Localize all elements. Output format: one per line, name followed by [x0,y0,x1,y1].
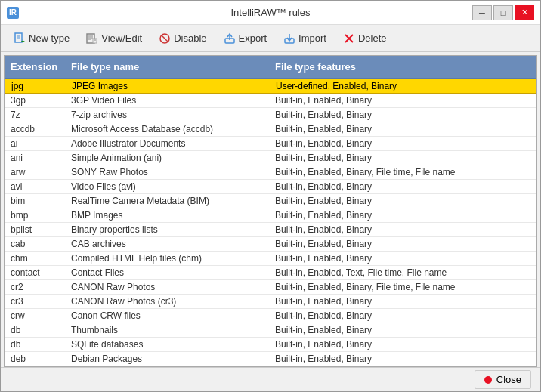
table-row[interactable]: 7z7-zip archivesBuilt-in, Enabled, Binar… [5,108,536,122]
table-row[interactable]: cr2CANON Raw PhotosBuilt-in, Enabled, Bi… [5,280,536,295]
new-type-label: New type [29,32,70,44]
table-row[interactable]: crwCanon CRW filesBuilt-in, Enabled, Bin… [5,309,536,323]
cell-file-type-name: JPEG Images [66,79,270,93]
cell-extension: bim [5,194,65,208]
table-row[interactable]: bmpBMP ImagesBuilt-in, Enabled, Binary [5,208,536,223]
close-label: Close [496,374,521,385]
table-row[interactable]: cabCAB archivesBuilt-in, Enabled, Binary [5,237,536,252]
main-window: IR IntelliRAW™ rules ─ □ ✕ +New typeView… [0,0,541,392]
cell-extension: contact [5,266,65,279]
table-row[interactable]: cr3CANON Raw Photos (cr3)Built-in, Enabl… [5,295,536,309]
disable-icon [159,32,171,45]
table-row[interactable]: arwSONY Raw PhotosBuilt-in, Enabled, Bin… [5,165,536,180]
cell-extension: 7z [5,108,65,122]
cell-features: Built-in, Enabled, Binary [269,309,536,323]
svg-rect-9 [93,39,97,43]
window-controls: ─ □ ✕ [472,5,534,20]
cell-extension: db [5,338,65,351]
cell-extension: 3gp [5,94,65,107]
cell-file-type-name: Thumbnails [65,323,269,337]
table-row[interactable]: contactContact FilesBuilt-in, Enabled, T… [5,266,536,280]
cell-file-type-name: Contact Files [65,266,269,279]
cell-file-type-name: 7-zip archives [65,108,269,122]
toolbar-disable-button[interactable]: Disable [152,29,213,48]
cell-extension: crw [5,309,65,323]
delete-icon [343,32,355,45]
toolbar-delete-button[interactable]: Delete [336,29,394,48]
cell-file-type-name: BMP Images [65,208,269,222]
cell-file-type-name: Compiled HTML Help files (chm) [65,252,269,265]
toolbar-import-button[interactable]: Import [277,29,333,48]
cell-extension: bplist [5,223,65,236]
status-bar: Close [1,367,540,391]
col-features: File type features [269,59,536,75]
cell-features: Built-in, Enabled, Binary [269,108,536,122]
disable-label: Disable [174,32,206,44]
cell-features: Built-in, Enabled, Binary [269,237,536,251]
cell-file-type-name: CANON Raw Photos [65,280,269,294]
svg-line-12 [162,35,168,42]
toolbar-export-button[interactable]: Export [217,29,274,48]
cell-file-type-name: CANON Raw Photos (cr3) [65,295,269,308]
import-icon [283,32,295,45]
cell-extension: jpg [5,79,66,93]
cell-features: Built-in, Enabled, Binary [269,323,536,337]
toolbar-new-type-button[interactable]: +New type [7,29,76,48]
cell-features: Built-in, Enabled, Binary [269,194,536,208]
minimize-button[interactable]: ─ [472,5,492,20]
cell-features: Built-in, Enabled, Binary [269,94,536,107]
table-row[interactable]: bimRealTime Camera Metadata (BIM)Built-i… [5,194,536,208]
table-row[interactable]: dbSQLite databasesBuilt-in, Enabled, Bin… [5,338,536,352]
cell-features: Built-in, Enabled, Binary [269,252,536,265]
cell-file-type-name: Canon CRW files [65,309,269,323]
cell-file-type-name: Debian Packages [65,352,269,366]
delete-label: Delete [358,32,387,44]
title-bar: IR IntelliRAW™ rules ─ □ ✕ [1,1,540,25]
table-row[interactable]: aiAdobe Illustrator DocumentsBuilt-in, E… [5,137,536,151]
cell-file-type-name: Adobe Illustrator Documents [65,137,269,150]
table-row[interactable]: aviVideo Files (avi)Built-in, Enabled, B… [5,180,536,194]
cell-file-type-name: SONY Raw Photos [65,165,269,179]
toolbar-view-edit-button[interactable]: View/Edit [79,29,149,48]
export-icon [224,32,236,45]
cell-extension: cr2 [5,280,65,294]
cell-extension: db [5,323,65,337]
cell-file-type-name: Simple Animation (ani) [65,151,269,165]
file-type-table: Extension File type name File type featu… [4,55,537,367]
cell-extension: cab [5,237,65,251]
table-row[interactable]: jpgJPEG ImagesUser-defined, Enabled, Bin… [5,79,536,94]
new-type-icon: + [14,32,26,45]
table-header: Extension File type name File type featu… [5,56,536,79]
cell-extension: bmp [5,208,65,222]
cell-features: Built-in, Enabled, Binary, File time, Fi… [269,165,536,179]
cell-extension: chm [5,252,65,265]
cell-extension: deb [5,352,65,366]
cell-features: Built-in, Enabled, Binary [269,137,536,150]
export-label: Export [239,32,267,44]
table-row[interactable]: chmCompiled HTML Help files (chm)Built-i… [5,252,536,266]
table-row[interactable]: 3gp3GP Video FilesBuilt-in, Enabled, Bin… [5,94,536,108]
view-edit-label: View/Edit [101,32,142,44]
toolbar: +New typeView/EditDisableExportImportDel… [1,25,540,52]
svg-text:+: + [21,38,25,45]
table-row[interactable]: debDebian PackagesBuilt-in, Enabled, Bin… [5,352,536,366]
cell-file-type-name: RealTime Camera Metadata (BIM) [65,194,269,208]
close-button[interactable]: Close [475,370,531,389]
restore-button[interactable]: □ [493,5,513,20]
cell-features: Built-in, Enabled, Binary [269,352,536,366]
table-row[interactable]: aniSimple Animation (ani)Built-in, Enabl… [5,151,536,165]
cell-extension: ai [5,137,65,150]
cell-features: Built-in, Enabled, Binary [269,223,536,236]
cell-features: Built-in, Enabled, Binary [269,295,536,308]
cell-extension: arw [5,165,65,179]
cell-features: User-defined, Enabled, Binary [270,79,536,93]
table-body[interactable]: jpgJPEG ImagesUser-defined, Enabled, Bin… [5,79,536,366]
window-close-button[interactable]: ✕ [515,5,534,20]
cell-features: Built-in, Enabled, Binary, File time, Fi… [269,280,536,294]
window-title: IntelliRAW™ rules [231,7,311,18]
cell-file-type-name: 3GP Video Files [65,94,269,107]
cell-features: Built-in, Enabled, Binary [269,180,536,193]
table-row[interactable]: dbThumbnailsBuilt-in, Enabled, Binary [5,323,536,338]
table-row[interactable]: accdbMicrosoft Access Database (accdb)Bu… [5,122,536,137]
table-row[interactable]: bplistBinary properties listsBuilt-in, E… [5,223,536,237]
